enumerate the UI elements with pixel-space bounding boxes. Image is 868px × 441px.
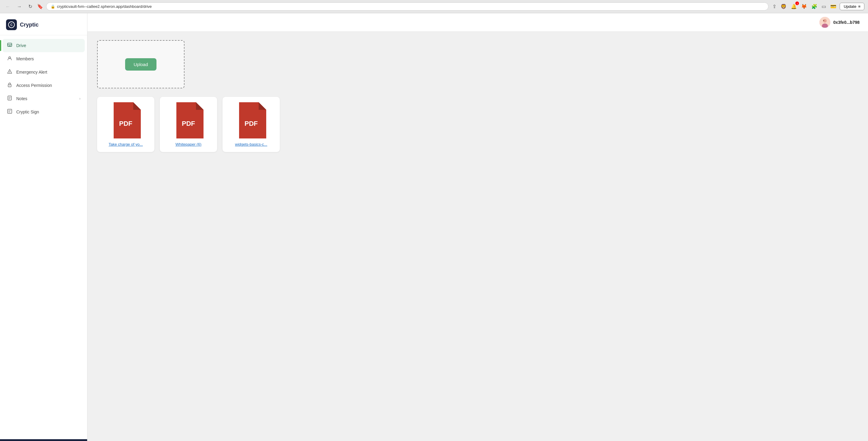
update-menu-icon: ≡ [858, 4, 861, 9]
bookmark-button[interactable]: 🔖 [37, 4, 43, 9]
notes-icon [7, 95, 13, 102]
alert-icon [7, 69, 13, 76]
lock-icon: 🔒 [51, 4, 55, 9]
update-label: Update [844, 4, 856, 9]
sidebar-logo[interactable]: C Cryptic [0, 13, 87, 35]
wallet-address: 0x3fe0...b798 [833, 20, 860, 25]
brave-shield-icon[interactable]: 🦁 [780, 3, 787, 10]
back-button[interactable]: ← [4, 3, 12, 10]
upload-button[interactable]: Upload [125, 58, 156, 70]
members-icon [7, 56, 13, 62]
drive-icon [7, 42, 13, 49]
main-area: 0x3fe0...b798 Upload PDF [87, 13, 868, 441]
browser-toolbar-right: ⇪ 🦁 🔔 1 🦊 🧩 ▭ 💳 Update ≡ [772, 3, 864, 10]
share-icon[interactable]: ⇪ [772, 3, 777, 10]
logo-text: Cryptic [20, 22, 39, 28]
reload-button[interactable]: ↻ [27, 3, 34, 10]
extensions-icon[interactable]: 🧩 [810, 3, 818, 10]
content-area: Upload PDF Take charge of yo... [87, 32, 868, 441]
file-grid: PDF Take charge of yo... PDF Whitepaper … [97, 97, 858, 152]
cryptic-sign-icon [7, 109, 13, 115]
sidebar-item-notes-label: Notes [16, 96, 27, 101]
upload-zone[interactable]: Upload [97, 40, 185, 88]
app-container: C Cryptic Drive [0, 13, 868, 441]
sidebar-item-members[interactable]: Members [2, 52, 85, 65]
permission-icon [7, 82, 13, 89]
sidebar-item-notes[interactable]: Notes › [2, 92, 85, 105]
url-text: crypticvault-fvm--ca8ee2.spheron.app/das… [57, 4, 764, 9]
sidebar-toggle-icon[interactable]: ▭ [821, 3, 827, 10]
url-bar[interactable]: 🔒 crypticvault-fvm--ca8ee2.spheron.app/d… [46, 2, 769, 10]
forward-button[interactable]: → [15, 3, 24, 10]
browser-chrome: ← → ↻ 🔖 🔒 crypticvault-fvm--ca8ee2.spher… [0, 0, 868, 13]
pdf-icon-2: PDF [236, 102, 266, 139]
sidebar-nav: Drive Members [0, 35, 87, 441]
update-button[interactable]: Update ≡ [840, 3, 864, 10]
header: 0x3fe0...b798 [87, 13, 868, 32]
sidebar-item-emergency-alert[interactable]: Emergency Alert [2, 65, 85, 79]
avatar [819, 17, 830, 28]
svg-text:PDF: PDF [182, 120, 195, 127]
file-name-1[interactable]: Whitepaper (6) [176, 142, 202, 147]
svg-point-13 [823, 20, 824, 21]
wallet-icon[interactable]: 💳 [829, 3, 837, 10]
sidebar-item-cryptic-sign[interactable]: Cryptic Sign [2, 105, 85, 119]
chevron-right-icon: › [79, 96, 81, 101]
file-card-1[interactable]: PDF Whitepaper (6) [160, 97, 217, 152]
sidebar-item-drive[interactable]: Drive [2, 39, 85, 52]
notif-badge: 1 [795, 1, 799, 5]
svg-text:C: C [10, 23, 12, 27]
pdf-icon-0: PDF [111, 102, 141, 139]
sidebar-item-access-permission[interactable]: Access Permission [2, 79, 85, 92]
fox-icon[interactable]: 🦊 [800, 3, 808, 10]
pdf-icon-1: PDF [173, 102, 204, 139]
notification-icon[interactable]: 🔔 1 [790, 3, 798, 10]
file-name-2[interactable]: widgets-basics-c... [235, 142, 268, 147]
file-card-0[interactable]: PDF Take charge of yo... [97, 97, 154, 152]
svg-rect-3 [8, 46, 11, 46]
wallet-info[interactable]: 0x3fe0...b798 [819, 17, 860, 28]
sidebar: C Cryptic Drive [0, 13, 87, 441]
sidebar-item-emergency-alert-label: Emergency Alert [16, 70, 47, 75]
logo-icon: C [6, 19, 17, 30]
svg-text:PDF: PDF [245, 120, 258, 127]
sidebar-bottom-border [0, 439, 87, 441]
svg-point-5 [9, 72, 10, 73]
sidebar-item-cryptic-sign-label: Cryptic Sign [16, 110, 39, 114]
sidebar-item-drive-label: Drive [16, 43, 26, 48]
file-card-2[interactable]: PDF widgets-basics-c... [222, 97, 280, 152]
sidebar-item-access-permission-label: Access Permission [16, 83, 52, 88]
svg-text:PDF: PDF [119, 120, 132, 127]
svg-point-7 [9, 85, 10, 86]
sidebar-item-members-label: Members [16, 56, 34, 61]
file-name-0[interactable]: Take charge of yo... [108, 142, 143, 147]
